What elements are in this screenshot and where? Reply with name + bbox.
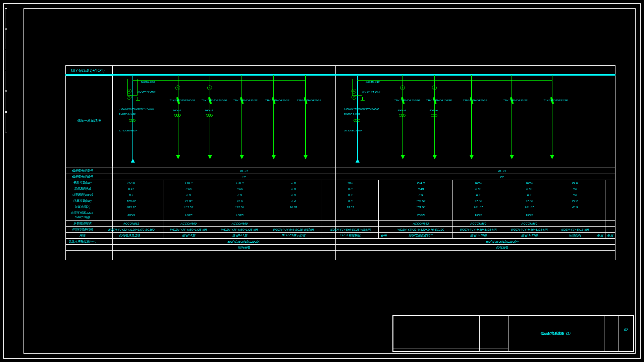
- cell: 150/5: [453, 210, 504, 221]
- cell: 0.47: [99, 186, 163, 192]
- ammeter-icon: A: [175, 85, 180, 90]
- switch-label: S804S-C40: [141, 80, 155, 83]
- rcd-label: 300mA: [173, 109, 181, 112]
- cell: WDZN-YJY-5x6-SC25-WE/MR: [322, 227, 379, 233]
- cell: WDZN-YJY-4x50+1x25-MR: [453, 227, 504, 233]
- cell: 800(W)x600(D)x2200(H): [99, 239, 389, 245]
- cell: 0.66: [214, 186, 265, 192]
- cell: [605, 198, 615, 204]
- protection-label: OV ZP TT ZSS: [362, 90, 380, 94]
- breaker-label: T1N160TMDR32/3P: [503, 99, 527, 102]
- cell: 131.57: [163, 204, 214, 210]
- cell: [605, 227, 615, 233]
- cell: 0.9: [265, 192, 322, 198]
- cell: 72.6: [214, 198, 265, 204]
- cell: 0.8: [555, 192, 595, 198]
- arrow-icon: [510, 155, 514, 159]
- cell: 77.88: [453, 198, 504, 204]
- breaker-label: T1N160TMDR32/3P: [463, 99, 487, 102]
- connector: [132, 80, 305, 81]
- cell: 120.32: [99, 198, 163, 204]
- cell: 住宅19-23层: [504, 233, 555, 239]
- table-row: 电流互感器LMZ3-0.66(0.5级)300/5150/5150/5250/5…: [66, 210, 615, 221]
- protection-label: OV ZP TT ZSS: [138, 90, 155, 94]
- cell: ACCON862: [389, 221, 453, 227]
- cell: [379, 186, 389, 192]
- side-block: [5, 71, 7, 91]
- row-header: 低压开关柜宽度(mm): [66, 239, 99, 245]
- trip-label: 500mA ≤ 0.5s: [344, 112, 360, 115]
- cell: [379, 204, 389, 210]
- breaker-label: T3N320TMAR2504P+RC222: [119, 107, 154, 110]
- cell: 应急照明: [555, 233, 595, 239]
- cell: 27.2: [555, 198, 595, 204]
- cell: ACCON860: [163, 221, 214, 227]
- cell: 150/5: [504, 210, 555, 221]
- switch-label: S804S-C40: [366, 80, 379, 83]
- cell: 1ALx1楼控制室: [322, 233, 379, 239]
- breaker-label: T1N160TMDR160/3P: [394, 99, 420, 102]
- cell: 150/5: [214, 210, 265, 221]
- arrow-icon: [240, 155, 244, 159]
- cell: [595, 198, 605, 204]
- cell: WDZN-YJY-4x50+1x25-MR: [504, 227, 555, 233]
- cell: [595, 180, 605, 186]
- cell: WDZN-YJY-4x50+1x25-MR: [214, 227, 265, 233]
- cell: 0.9: [453, 192, 504, 198]
- arrow-icon: [550, 155, 554, 159]
- cell: WDZN-YJY22-4x120+1x70-SC100: [99, 227, 163, 233]
- ct-icon: [354, 119, 360, 122]
- ct-icon: [399, 114, 405, 117]
- row-header: 计算电流(A): [66, 204, 99, 210]
- table-row: 低压开关柜宽度(mm)800(W)x600(D)x2200(H)800(W)x6…: [66, 239, 615, 245]
- cell: 备用: [595, 233, 605, 239]
- row-header: 功率因数(cosΦ): [66, 192, 99, 198]
- row-header: 电流互感器LMZ3-0.66(0.5级): [66, 210, 99, 221]
- schematic-area[interactable]: TMY-4(63x6.3)+(40X4) A V S804S-C40 OV ZP…: [65, 65, 615, 166]
- ground-icon: [361, 97, 365, 101]
- cell: [265, 210, 322, 221]
- cell: 77.88: [504, 198, 555, 204]
- cell: 100.0: [504, 180, 555, 186]
- busbar: [65, 75, 615, 76]
- cell: [379, 192, 389, 198]
- side-block: [5, 8, 7, 28]
- cell: [555, 210, 595, 221]
- ammeter-icon: A: [352, 89, 356, 94]
- feeder: [305, 75, 306, 159]
- row-header: 计算容量(kW): [66, 198, 99, 204]
- ammeter-icon: A: [432, 85, 437, 90]
- cell: [595, 204, 605, 210]
- feeder: [241, 75, 242, 159]
- ct-icon: [206, 114, 212, 117]
- voltmeter-icon: V: [127, 95, 131, 100]
- table-row: 低压配电柜型号XL-21XL-21: [66, 168, 615, 174]
- table-row: 用途照明电源总进线一住宅2-7层住宅8-13层B1ALE1梯下照明1ALx1楼控…: [66, 233, 615, 239]
- cell: 45.9: [555, 204, 595, 210]
- arrow-up-icon: [131, 159, 135, 163]
- cell: 备用: [379, 233, 389, 239]
- cell: [605, 192, 615, 198]
- cell: 13.51: [322, 204, 379, 210]
- cell: [605, 186, 615, 192]
- cell: 203.17: [99, 204, 163, 210]
- breaker-label: T1N160TMDR32/3P: [297, 99, 321, 102]
- cell: 0.66: [504, 186, 555, 192]
- cell: 300/5: [99, 210, 163, 221]
- breaker-label: T1N160TMDR160/3P: [201, 99, 227, 102]
- cell: 0.8: [322, 186, 379, 192]
- rcd-label: 300mA: [205, 109, 213, 112]
- cell: 77.88: [163, 198, 214, 204]
- cell: 2P: [389, 174, 615, 180]
- breaker-label: T1N160TMDR32/3P: [233, 99, 257, 102]
- cell: 118.0: [163, 180, 214, 186]
- table-row: 低压配电柜编号1P2P: [66, 174, 615, 180]
- side-block: [5, 50, 7, 70]
- ct-icon: [174, 114, 180, 117]
- cell: WDZN-YJY-5x6-SC25-WE/MR: [265, 227, 322, 233]
- cell: 住宅8-13层: [214, 233, 265, 239]
- arrow-icon: [304, 155, 308, 159]
- cell: [379, 198, 389, 204]
- cell: 0.48: [389, 186, 453, 192]
- cell: ACCON862: [99, 221, 163, 227]
